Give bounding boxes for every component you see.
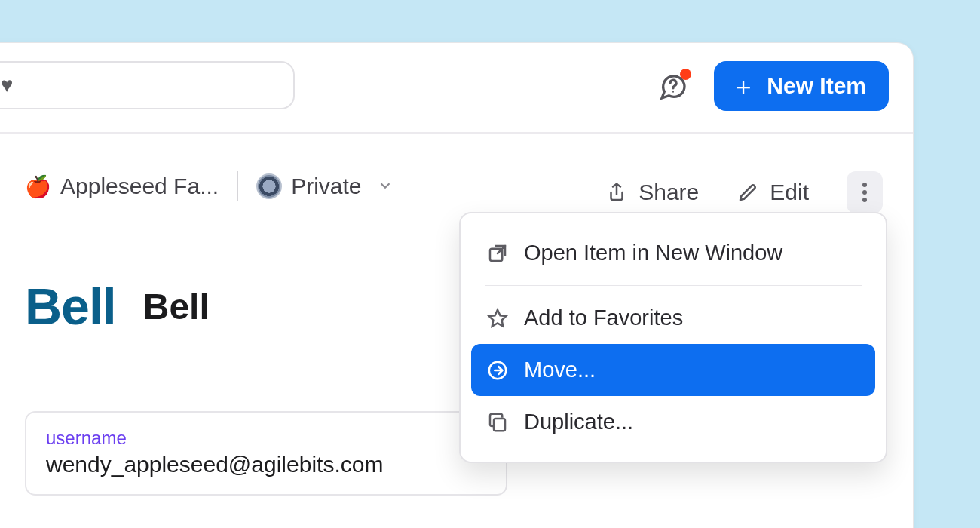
share-label: Share bbox=[639, 180, 699, 205]
menu-label: Add to Favorites bbox=[524, 305, 683, 330]
menu-label: Open Item in New Window bbox=[524, 241, 782, 266]
menu-divider bbox=[485, 285, 862, 286]
item-actions: Share Edit bbox=[605, 171, 883, 213]
more-options-button[interactable] bbox=[847, 171, 883, 213]
plus-icon: ＋ bbox=[730, 73, 756, 99]
field-label: username bbox=[46, 428, 486, 449]
vault-name: Private bbox=[291, 173, 361, 199]
more-options-menu: Open Item in New Window Add to Favorites… bbox=[459, 212, 887, 463]
account-crumb[interactable]: 🍎 Appleseed Fa... bbox=[25, 173, 219, 199]
duplicate-icon bbox=[486, 411, 509, 434]
edit-label: Edit bbox=[770, 180, 809, 205]
svg-rect-7 bbox=[494, 419, 505, 431]
chevron-down-icon bbox=[377, 173, 394, 199]
svg-point-0 bbox=[672, 91, 674, 93]
pencil-icon bbox=[737, 181, 759, 204]
share-button[interactable]: Share bbox=[605, 180, 699, 205]
menu-label: Duplicate... bbox=[524, 410, 633, 434]
svg-point-2 bbox=[862, 190, 867, 195]
move-icon bbox=[486, 359, 509, 382]
svg-marker-5 bbox=[489, 309, 507, 326]
menu-duplicate[interactable]: Duplicate... bbox=[471, 396, 875, 448]
new-item-label: New Item bbox=[767, 73, 866, 99]
breadcrumb-separator bbox=[237, 171, 238, 201]
star-icon bbox=[486, 307, 509, 330]
favorites-heart-icon: ♥ bbox=[1, 73, 14, 97]
share-icon bbox=[605, 181, 628, 204]
menu-move[interactable]: Move... bbox=[471, 344, 875, 396]
top-bar: ly ♥ ＋ New Item bbox=[0, 43, 913, 134]
svg-point-1 bbox=[862, 183, 867, 187]
search-input[interactable]: ly ♥ bbox=[0, 61, 295, 109]
vault-icon bbox=[256, 173, 282, 199]
menu-open-new-window[interactable]: Open Item in New Window bbox=[471, 227, 875, 279]
edit-button[interactable]: Edit bbox=[737, 180, 809, 205]
app-window: ly ♥ ＋ New Item 🍎 Appleseed Fa... bbox=[0, 42, 914, 528]
apple-icon: 🍎 bbox=[25, 174, 51, 199]
account-name: Appleseed Fa... bbox=[60, 173, 219, 199]
item-logo: Bell bbox=[25, 277, 116, 336]
kebab-icon bbox=[862, 181, 868, 204]
help-button[interactable] bbox=[657, 70, 690, 103]
external-window-icon bbox=[486, 242, 509, 265]
vault-selector[interactable]: Private bbox=[256, 173, 393, 199]
new-item-button[interactable]: ＋ New Item bbox=[714, 61, 889, 111]
menu-label: Move... bbox=[524, 358, 596, 382]
svg-point-3 bbox=[862, 198, 867, 202]
notification-dot-icon bbox=[680, 69, 691, 80]
item-title: Bell bbox=[143, 286, 210, 327]
username-field[interactable]: username wendy_appleseed@agilebits.com bbox=[25, 411, 507, 496]
menu-add-favorites[interactable]: Add to Favorites bbox=[471, 292, 875, 344]
field-value: wendy_appleseed@agilebits.com bbox=[46, 452, 486, 477]
